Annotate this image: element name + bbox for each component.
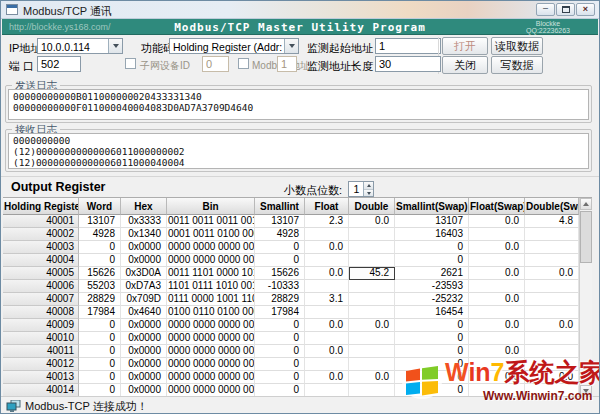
row-header-cell[interactable]: 40012 <box>3 358 79 371</box>
send-log-textarea[interactable]: 00000000000B011000000020433331340 000000… <box>8 89 589 120</box>
data-cell[interactable] <box>525 306 579 319</box>
data-cell[interactable]: 0.0 <box>469 267 525 280</box>
data-cell[interactable] <box>349 280 395 293</box>
data-cell[interactable]: 0x0000 <box>121 371 167 384</box>
data-cell[interactable] <box>305 358 349 371</box>
data-cell[interactable]: 0000 0000 0000 0000 <box>167 241 255 254</box>
data-cell[interactable]: 0 <box>79 254 121 267</box>
data-cell[interactable]: 0x0000 <box>121 319 167 332</box>
data-cell[interactable] <box>525 358 579 371</box>
modbus-address-input[interactable] <box>277 56 297 72</box>
data-cell[interactable]: 0100 0110 0100 0000 <box>167 306 255 319</box>
data-cell[interactable]: 45.2 <box>349 267 395 280</box>
data-cell[interactable]: 0001 0011 0100 0000 <box>167 228 255 241</box>
data-cell[interactable]: 0011 1101 0000 1010 <box>167 267 255 280</box>
data-cell[interactable]: 2.3 <box>305 215 349 228</box>
row-header-cell[interactable]: 40013 <box>3 371 79 384</box>
data-cell[interactable]: 0 <box>395 371 469 384</box>
stepper-down-button[interactable] <box>364 189 373 196</box>
data-cell[interactable]: 0.0 <box>349 215 395 228</box>
row-header-cell[interactable]: 40009 <box>3 319 79 332</box>
data-cell[interactable]: 0 <box>255 254 305 267</box>
data-cell[interactable] <box>469 254 525 267</box>
row-header-cell[interactable]: 40010 <box>3 332 79 345</box>
modbus-address-checkbox[interactable] <box>238 58 249 69</box>
data-cell[interactable]: 0x1340 <box>121 228 167 241</box>
data-cell[interactable]: 0x0000 <box>121 241 167 254</box>
data-cell[interactable]: 0xD7A3 <box>121 280 167 293</box>
data-cell[interactable]: 0.0 <box>469 241 525 254</box>
data-cell[interactable]: 15626 <box>255 267 305 280</box>
data-cell[interactable] <box>349 293 395 306</box>
data-cell[interactable]: 0.0 <box>469 215 525 228</box>
data-cell[interactable]: 0 <box>255 358 305 371</box>
data-cell[interactable]: 15626 <box>79 267 121 280</box>
data-cell[interactable]: 0 <box>395 254 469 267</box>
data-cell[interactable]: 0 <box>79 358 121 371</box>
data-cell[interactable] <box>525 254 579 267</box>
data-cell[interactable] <box>349 306 395 319</box>
data-cell[interactable]: 0x3333 <box>121 215 167 228</box>
titlebar[interactable]: Modbus/TCP 通讯 – × <box>1 1 599 19</box>
data-cell[interactable]: 55203 <box>79 280 121 293</box>
data-cell[interactable] <box>525 241 579 254</box>
data-cell[interactable] <box>305 306 349 319</box>
data-cell[interactable]: 0x4640 <box>121 306 167 319</box>
data-cell[interactable] <box>469 358 525 371</box>
data-cell[interactable]: 17984 <box>79 306 121 319</box>
data-cell[interactable]: 0 <box>255 319 305 332</box>
data-cell[interactable] <box>469 332 525 345</box>
data-cell[interactable]: 0.0 <box>349 371 395 384</box>
data-cell[interactable]: 0.0 <box>469 293 525 306</box>
data-cell[interactable]: 0 <box>255 241 305 254</box>
data-cell[interactable]: 0x0000 <box>121 254 167 267</box>
ip-dropdown-button[interactable] <box>108 39 122 53</box>
data-cell[interactable]: 3.1 <box>305 293 349 306</box>
data-cell[interactable]: 0000 0000 0000 0000 <box>167 358 255 371</box>
data-cell[interactable]: 0 <box>395 241 469 254</box>
data-cell[interactable]: 28829 <box>255 293 305 306</box>
subnet-id-input[interactable] <box>202 56 229 72</box>
row-header-cell[interactable]: 40005 <box>3 267 79 280</box>
data-cell[interactable]: 13107 <box>255 215 305 228</box>
data-cell[interactable] <box>525 293 579 306</box>
data-cell[interactable] <box>349 241 395 254</box>
minimize-button[interactable]: – <box>536 3 555 16</box>
data-cell[interactable]: 0x0000 <box>121 345 167 358</box>
data-cell[interactable]: 1101 0111 1010 0011 <box>167 280 255 293</box>
data-cell[interactable] <box>349 358 395 371</box>
data-cell[interactable]: 4.8 <box>525 215 579 228</box>
function-dropdown-button[interactable] <box>284 39 298 53</box>
row-header-cell[interactable]: 40004 <box>3 254 79 267</box>
data-cell[interactable] <box>305 228 349 241</box>
open-button[interactable]: 打开 <box>442 37 488 55</box>
data-cell[interactable]: 0000 0000 0000 0000 <box>167 332 255 345</box>
monitor-length-input[interactable] <box>375 56 441 72</box>
data-cell[interactable]: 0 <box>79 241 121 254</box>
data-cell[interactable]: 0.0 <box>469 371 525 384</box>
data-cell[interactable]: -23593 <box>395 280 469 293</box>
data-cell[interactable]: 0 <box>255 332 305 345</box>
row-header-cell[interactable]: 40006 <box>3 280 79 293</box>
data-cell[interactable]: 0 <box>79 345 121 358</box>
data-cell[interactable] <box>469 228 525 241</box>
subnet-id-checkbox[interactable] <box>125 58 136 69</box>
data-cell[interactable]: 0 <box>79 371 121 384</box>
data-cell[interactable]: 0000 0000 0000 0000 <box>167 254 255 267</box>
function-code-combobox[interactable]: Holding Register (Addr: 4xxxx) <box>169 38 299 54</box>
row-header-cell[interactable]: 40002 <box>3 228 79 241</box>
data-cell[interactable]: 0.0 <box>469 345 525 358</box>
data-cell[interactable]: 16403 <box>395 228 469 241</box>
data-cell[interactable]: 0.0 <box>305 319 349 332</box>
data-cell[interactable]: 0 <box>395 319 469 332</box>
data-cell[interactable]: 0000 0000 0000 0000 <box>167 345 255 358</box>
stepper-up-button[interactable] <box>364 182 373 189</box>
data-cell[interactable]: -10333 <box>255 280 305 293</box>
write-data-button[interactable]: 写数据 <box>491 56 543 74</box>
table-scrollbar[interactable] <box>579 198 592 397</box>
data-cell[interactable]: 0 <box>79 332 121 345</box>
data-cell[interactable]: 0 <box>395 332 469 345</box>
data-cell[interactable] <box>525 228 579 241</box>
data-cell[interactable] <box>349 332 395 345</box>
data-cell[interactable]: 0x0000 <box>121 332 167 345</box>
